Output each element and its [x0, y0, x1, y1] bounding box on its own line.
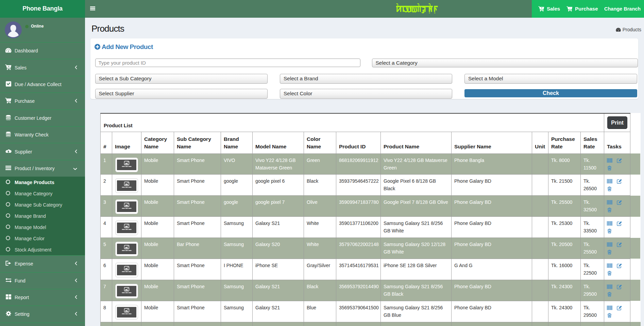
svg-text:↓: ↓ [569, 6, 571, 10]
svg-text:+: + [8, 65, 10, 68]
svg-text:+: + [541, 6, 543, 10]
svg-text:↓: ↓ [8, 98, 10, 101]
